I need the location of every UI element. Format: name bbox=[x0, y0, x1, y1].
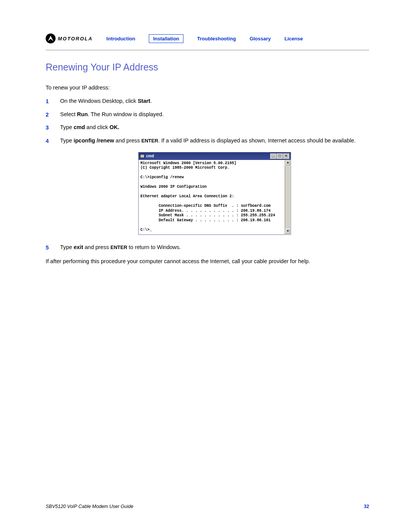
step-fragment: to return to Windows. bbox=[127, 244, 181, 250]
page-footer: SBV5120 VoIP Cable Modem User Guide 32 bbox=[46, 504, 369, 509]
cmd-output: Microsoft Windows 2000 [Version 5.00.219… bbox=[139, 160, 285, 235]
scrollbar[interactable]: ▲ ▼ bbox=[285, 160, 291, 235]
scroll-up-icon[interactable]: ▲ bbox=[285, 160, 291, 166]
nav-installation[interactable]: Installation bbox=[149, 34, 183, 43]
minimize-icon[interactable]: _ bbox=[270, 153, 276, 159]
nav-introduction[interactable]: Introduction bbox=[107, 36, 135, 42]
step-3-text: Type cmd and click OK. bbox=[60, 123, 369, 132]
step-fragment: . If a valid IP address is displayed as … bbox=[158, 137, 356, 144]
cmd-window: cmd _ □ × Microsoft Windows 2000 [Versio… bbox=[138, 152, 291, 235]
nav-glossary[interactable]: Glossary bbox=[250, 36, 271, 42]
page-header: MOTOROLA Introduction Installation Troub… bbox=[46, 32, 369, 45]
step-bold: ipconfig /renew bbox=[73, 137, 114, 144]
step-fragment: Type bbox=[60, 244, 73, 250]
step-bold: OK. bbox=[110, 124, 119, 130]
step-4-text: Type ipconfig /renew and press ENTER. If… bbox=[60, 137, 369, 145]
step-fragment: and press bbox=[83, 244, 110, 250]
top-nav: Introduction Installation Troubleshootin… bbox=[107, 34, 303, 43]
step-bold: cmd bbox=[73, 124, 85, 130]
step-5-text: Type exit and press ENTER to return to W… bbox=[60, 243, 369, 252]
close-icon[interactable]: × bbox=[283, 153, 289, 159]
motorola-batwing-icon bbox=[46, 34, 56, 43]
step-1-text: On the Windows Desktop, click Start. bbox=[60, 97, 369, 105]
intro-text: To renew your IP address: bbox=[46, 83, 369, 92]
step-number: 2 bbox=[46, 110, 55, 119]
page-title: Renewing Your IP Address bbox=[46, 62, 369, 73]
window-controls: _ □ × bbox=[270, 153, 289, 159]
header-divider bbox=[46, 50, 369, 50]
steps-list: 1 On the Windows Desktop, click Start. 2… bbox=[46, 97, 369, 252]
terminal-icon bbox=[140, 154, 145, 158]
step-smallcaps: ENTER bbox=[110, 244, 127, 250]
step-number: 3 bbox=[46, 123, 55, 132]
page-number: 32 bbox=[364, 504, 369, 509]
nav-license[interactable]: License bbox=[285, 36, 303, 42]
step-fragment: Select bbox=[60, 111, 77, 117]
step-number: 1 bbox=[46, 97, 55, 105]
cmd-title: cmd bbox=[146, 153, 154, 159]
brand-name: MOTOROLA bbox=[58, 36, 93, 42]
step-bold: exit bbox=[73, 244, 83, 250]
step-fragment: . bbox=[150, 98, 152, 104]
step-fragment: . The Run window is displayed. bbox=[88, 111, 164, 117]
step-bold: Run bbox=[77, 111, 88, 117]
step-smallcaps: ENTER bbox=[142, 138, 158, 144]
closing-text: If after performing this procedure your … bbox=[46, 257, 369, 266]
cmd-titlebar: cmd _ □ × bbox=[139, 152, 291, 160]
scroll-down-icon[interactable]: ▼ bbox=[285, 228, 291, 235]
step-number: 5 bbox=[46, 243, 55, 252]
step-bold: Start bbox=[138, 98, 150, 104]
nav-troubleshooting[interactable]: Troubleshooting bbox=[197, 36, 236, 42]
maximize-icon[interactable]: □ bbox=[277, 153, 283, 159]
step-number: 4 bbox=[46, 137, 55, 145]
brand-logo: MOTOROLA bbox=[46, 34, 93, 43]
step-fragment: Type bbox=[60, 137, 73, 144]
footer-doc-title: SBV5120 VoIP Cable Modem User Guide bbox=[46, 504, 133, 509]
step-2-text: Select Run. The Run window is displayed. bbox=[60, 110, 369, 119]
step-fragment: and press bbox=[114, 137, 142, 144]
cmd-screenshot: cmd _ □ × Microsoft Windows 2000 [Versio… bbox=[60, 152, 369, 235]
step-fragment: Type bbox=[60, 124, 73, 130]
step-fragment: On the Windows Desktop, click bbox=[60, 98, 138, 104]
step-fragment: and click bbox=[85, 124, 109, 130]
